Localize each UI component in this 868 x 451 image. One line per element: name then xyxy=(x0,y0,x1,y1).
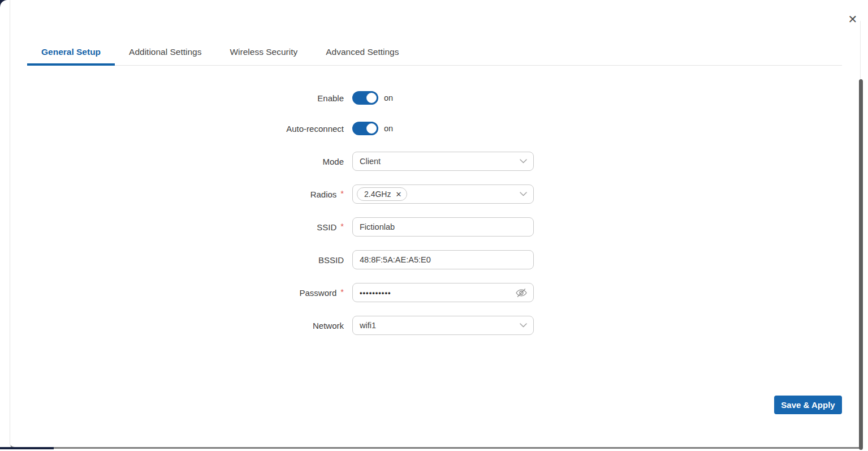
close-icon[interactable]: ✕ xyxy=(845,11,861,27)
required-marker: * xyxy=(340,222,344,231)
wireless-settings-dialog-page: ✕ General Setup Additional Settings Wire… xyxy=(0,0,868,451)
tab-wireless-security[interactable]: Wireless Security xyxy=(215,41,312,66)
auto-reconnect-toggle[interactable] xyxy=(352,122,377,135)
scrollbar-thumb[interactable] xyxy=(859,79,863,450)
mode-select[interactable]: Client xyxy=(352,152,534,171)
radios-multiselect[interactable]: 2.4GHz ✕ xyxy=(352,184,534,204)
settings-tabbar: General Setup Additional Settings Wirele… xyxy=(27,41,413,66)
form-row-mode: Mode Client xyxy=(0,152,868,171)
password-input[interactable] xyxy=(352,283,534,302)
network-label: Network xyxy=(313,321,344,330)
save-apply-button[interactable]: Save & Apply xyxy=(774,396,842,414)
form-row-auto-reconnect: Auto-reconnect on xyxy=(0,119,868,138)
background-sidebar-corner xyxy=(0,0,8,7)
bssid-label: BSSID xyxy=(318,255,344,265)
bssid-input[interactable] xyxy=(352,250,534,269)
network-select[interactable]: wifi1 xyxy=(352,316,534,335)
chevron-down-icon xyxy=(520,159,527,164)
eye-slash-icon xyxy=(515,288,528,298)
remove-tag-icon[interactable]: ✕ xyxy=(395,191,401,198)
background-sidebar-bottom xyxy=(0,447,54,449)
auto-reconnect-toggle-state: on xyxy=(384,124,393,133)
tab-additional-settings[interactable]: Additional Settings xyxy=(115,41,215,66)
form-row-enable: Enable on xyxy=(0,88,868,108)
radio-tag-2-4ghz: 2.4GHz ✕ xyxy=(357,187,407,201)
tab-advanced-settings[interactable]: Advanced Settings xyxy=(312,41,413,66)
enable-label: Enable xyxy=(317,93,344,103)
mode-label: Mode xyxy=(322,157,344,166)
password-label: Password xyxy=(299,288,336,298)
chevron-down-icon xyxy=(520,192,527,196)
toggle-knob xyxy=(365,122,378,135)
tab-general-setup[interactable]: General Setup xyxy=(27,41,115,66)
form-row-radios: Radios * 2.4GHz ✕ xyxy=(0,184,868,204)
auto-reconnect-label: Auto-reconnect xyxy=(286,124,344,134)
radio-tag-label: 2.4GHz xyxy=(364,190,391,199)
form-row-password: Password * xyxy=(0,283,868,302)
required-marker: * xyxy=(340,189,344,198)
form-row-ssid: SSID * xyxy=(0,217,868,237)
radios-label: Radios xyxy=(310,190,337,199)
enable-toggle[interactable] xyxy=(352,91,377,105)
chevron-down-icon xyxy=(520,323,527,328)
ssid-label: SSID xyxy=(317,222,336,232)
form-row-network: Network wifi1 xyxy=(0,316,868,335)
toggle-knob xyxy=(365,91,378,105)
ssid-input[interactable] xyxy=(352,217,534,237)
required-marker: * xyxy=(340,287,344,297)
form-row-bssid: BSSID xyxy=(0,250,868,269)
enable-toggle-state: on xyxy=(384,93,393,102)
toggle-password-visibility-button[interactable] xyxy=(514,286,529,299)
network-selected-value: wifi1 xyxy=(360,321,376,330)
mode-selected-value: Client xyxy=(360,157,381,166)
